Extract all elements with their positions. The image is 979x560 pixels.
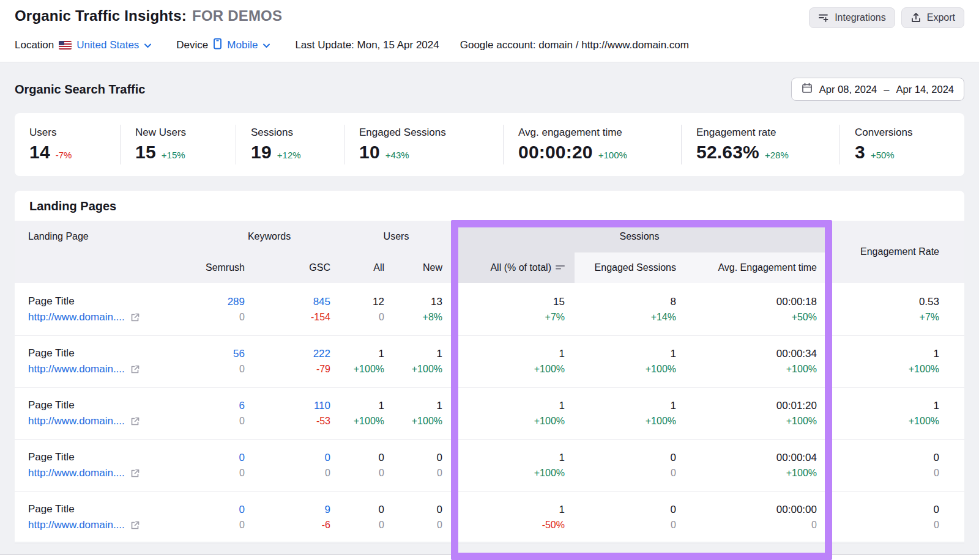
engagement-rate-value: 1 — [934, 348, 939, 360]
external-link-icon[interactable] — [130, 520, 140, 530]
column-header-engagement-rate[interactable]: Engagement Rate — [827, 221, 949, 283]
column-header-gsc[interactable]: GSC — [255, 252, 340, 283]
metric-label: Engagement rate — [696, 127, 833, 139]
date-to: Apr 14, 2024 — [896, 84, 955, 95]
engaged-sessions-value: 1 — [671, 400, 676, 412]
column-group-users: Users — [340, 221, 452, 252]
sessions-all-value: 1 — [559, 504, 565, 516]
external-link-icon[interactable] — [130, 416, 140, 426]
landing-pages-card: Landing Pages Landing Page Keywords Semr… — [15, 191, 964, 542]
semrush-keywords-change: 0 — [239, 312, 245, 323]
users-all-value: 0 — [379, 452, 384, 464]
avg-engagement-time-change: +100% — [786, 468, 817, 479]
table-row: Page Title http://www.domain.... 289 0 8… — [15, 283, 964, 335]
column-header-avg-engagement-time[interactable]: Avg. Engagement time — [686, 252, 827, 283]
device-value: Mobile — [227, 39, 258, 51]
gsc-keywords-change: 0 — [325, 468, 330, 479]
avg-engagement-time-change: 0 — [811, 520, 817, 531]
sessions-all-value: 1 — [559, 452, 565, 464]
metric-engagement-rate: Engagement rate 52.63% +28% — [681, 125, 839, 164]
landing-page-link[interactable]: http://www.domain.... — [28, 415, 125, 427]
users-new-change: 0 — [437, 520, 442, 531]
device-dropdown[interactable]: Device Mobile — [176, 38, 270, 53]
landing-pages-title: Landing Pages — [29, 199, 964, 213]
landing-page-link[interactable]: http://www.domain.... — [28, 519, 125, 531]
semrush-keywords-value[interactable]: 0 — [239, 504, 245, 516]
avg-engagement-time-value: 00:00:00 — [776, 504, 817, 516]
location-value: United States — [76, 39, 139, 51]
users-new-value: 1 — [437, 348, 442, 360]
users-all-change: 0 — [379, 520, 384, 531]
engaged-sessions-change: +100% — [646, 416, 676, 427]
column-header-sessions-all-label: All (% of total) — [490, 262, 551, 273]
gsc-keywords-value[interactable]: 222 — [313, 348, 330, 360]
users-all-value: 1 — [379, 400, 384, 412]
column-header-engaged-sessions[interactable]: Engaged Sessions — [575, 252, 686, 283]
metric-value: 00:00:20 — [518, 142, 593, 163]
landing-page-link[interactable]: http://www.domain.... — [28, 311, 125, 323]
external-link-icon[interactable] — [130, 312, 140, 322]
metric-change: +50% — [871, 150, 895, 160]
sessions-all-value: 1 — [559, 348, 565, 360]
engagement-rate-value: 0 — [934, 452, 939, 464]
page-title-text: Page Title — [28, 399, 198, 411]
gsc-keywords-value[interactable]: 0 — [325, 452, 330, 464]
external-link-icon[interactable] — [130, 364, 140, 374]
engagement-rate-value: 0 — [934, 504, 939, 516]
column-header-users-all[interactable]: All — [340, 252, 394, 283]
page-title-project: FOR DEMOS — [192, 7, 282, 24]
landing-page-link[interactable]: http://www.domain.... — [28, 467, 125, 479]
landing-page-link[interactable]: http://www.domain.... — [28, 363, 125, 375]
external-link-icon[interactable] — [130, 468, 140, 478]
metric-new-users: New Users 15 +15% — [120, 125, 236, 164]
table-row: Page Title http://www.domain.... 6 0 110… — [15, 387, 964, 439]
table-row: Page Title http://www.domain.... 0 0 9 -… — [15, 491, 964, 543]
engagement-rate-change: +7% — [920, 312, 939, 323]
avg-engagement-time-change: +100% — [786, 364, 817, 375]
semrush-keywords-value[interactable]: 0 — [239, 452, 245, 464]
integrations-button[interactable]: Integrations — [809, 7, 895, 28]
gsc-keywords-change: -53 — [316, 416, 330, 427]
export-button[interactable]: Export — [901, 7, 964, 28]
sessions-all-value: 15 — [553, 296, 565, 308]
gsc-keywords-value[interactable]: 9 — [325, 504, 330, 516]
gsc-keywords-value[interactable]: 110 — [314, 400, 330, 412]
export-label: Export — [927, 12, 955, 23]
avg-engagement-time-value: 00:00:34 — [776, 348, 817, 360]
engagement-rate-change: +100% — [909, 416, 939, 427]
column-header-sessions-all[interactable]: All (% of total) — [452, 252, 575, 283]
gsc-keywords-value[interactable]: 845 — [313, 296, 330, 308]
gsc-keywords-change: -154 — [311, 312, 330, 323]
location-dropdown[interactable]: Location United States — [15, 39, 152, 51]
device-label: Device — [176, 39, 208, 51]
page-title-text: Page Title — [28, 347, 198, 359]
column-header-users-new[interactable]: New — [394, 252, 452, 283]
semrush-keywords-change: 0 — [239, 468, 245, 479]
chevron-down-icon — [262, 39, 270, 51]
sort-descending-icon — [556, 264, 565, 271]
page-title-text: Page Title — [28, 295, 198, 308]
date-range-picker[interactable]: Apr 08, 2024 – Apr 14, 2024 — [791, 78, 964, 101]
users-new-value: 0 — [437, 504, 442, 516]
table-bottom-edge — [15, 543, 964, 555]
engaged-sessions-value: 0 — [671, 504, 676, 516]
metric-users: Users 14 -7% — [15, 125, 120, 164]
semrush-keywords-value[interactable]: 289 — [228, 296, 245, 308]
column-group-keywords: Keywords — [198, 221, 340, 252]
users-all-change: +100% — [354, 416, 384, 427]
page-bottom-divider — [0, 554, 979, 560]
avg-engagement-time-value: 00:01:20 — [776, 400, 817, 412]
users-new-change: +100% — [412, 416, 442, 427]
semrush-keywords-value[interactable]: 56 — [233, 348, 245, 360]
calendar-icon — [802, 83, 813, 96]
column-header-semrush[interactable]: Semrush — [198, 252, 255, 283]
metric-change: -7% — [56, 150, 72, 160]
engaged-sessions-value: 1 — [671, 348, 676, 360]
engagement-rate-change: +100% — [909, 364, 939, 375]
engaged-sessions-change: +14% — [651, 312, 676, 323]
metric-change: +12% — [277, 150, 301, 160]
semrush-keywords-value[interactable]: 6 — [239, 400, 245, 412]
table-body: Page Title http://www.domain.... 289 0 8… — [15, 283, 964, 543]
users-all-value: 1 — [379, 348, 384, 360]
semrush-keywords-change: 0 — [239, 416, 245, 427]
